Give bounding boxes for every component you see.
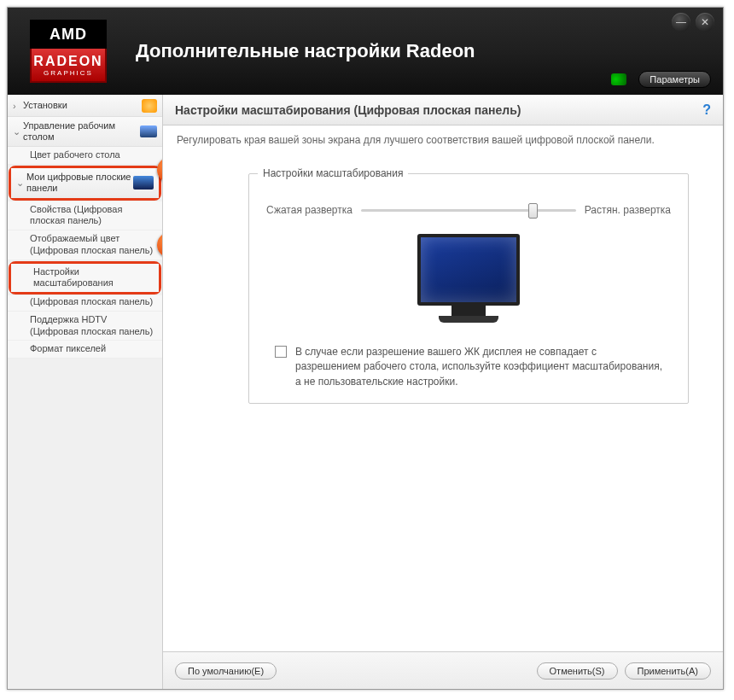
body: › Установки ⌄ Управление рабочим столом … <box>8 95 723 689</box>
use-scaling-checkbox[interactable] <box>275 346 287 358</box>
slider-row: Сжатая развертка Растян. развертка <box>256 196 681 230</box>
apply-button[interactable]: Применить(A) <box>625 662 712 680</box>
monitor-preview <box>413 234 524 328</box>
slider-track <box>361 209 576 212</box>
scaling-group: Настройки масштабирования Сжатая разверт… <box>248 173 689 404</box>
sync-icon[interactable] <box>611 73 626 85</box>
content-pane: Настройки масштабирования (Цифровая плос… <box>163 95 723 689</box>
desktop-icon <box>140 125 157 137</box>
window-title: Дополнительные настройки Radeon <box>136 40 723 62</box>
slider-label-left: Сжатая развертка <box>266 204 352 216</box>
sidebar-sub-scaling[interactable]: Настройки масштабирования <box>11 264 159 293</box>
sidebar: › Установки ⌄ Управление рабочим столом … <box>8 95 163 689</box>
slider-thumb[interactable] <box>528 203 538 219</box>
sidebar-sub-desktop-color[interactable]: Цвет рабочего стола <box>8 147 162 165</box>
chevron-right-icon: › <box>13 101 23 111</box>
chevron-down-icon: ⌄ <box>13 126 23 137</box>
checkbox-label: В случае если разрешение вашего ЖК диспл… <box>295 345 662 389</box>
highlight-2: Настройки масштабирования <box>9 261 161 295</box>
slider-label-right: Растян. развертка <box>585 204 671 216</box>
settings-panel: Настройки масштабирования Сжатая разверт… <box>248 161 689 404</box>
minimize-button[interactable]: — <box>672 13 690 32</box>
install-icon <box>142 99 157 113</box>
app-window: AMD RADEON GRAPHICS Дополнительные настр… <box>7 7 724 690</box>
sidebar-sub-pixel-format[interactable]: Формат пикселей <box>8 341 162 359</box>
amd-logo: AMD RADEON GRAPHICS <box>21 16 115 86</box>
amd-logo-bottom: RADEON GRAPHICS <box>30 49 107 83</box>
sidebar-item-panels[interactable]: ⌄ Мои цифровые плоские панели <box>11 168 159 197</box>
chevron-down-icon: ⌄ <box>16 178 26 189</box>
parameters-button[interactable]: Параметры <box>638 71 711 88</box>
close-button[interactable]: ✕ <box>696 13 714 32</box>
help-icon[interactable]: ? <box>702 102 711 118</box>
monitor-screen-icon <box>417 234 520 306</box>
header-right: Параметры <box>611 71 711 88</box>
sidebar-sub-display-color[interactable]: Отображаемый цвет (Цифровая плоская пане… <box>8 230 162 260</box>
footer: По умолчанию(E) Отменить(S) Применить(A) <box>163 651 723 689</box>
content-header: Настройки масштабирования (Цифровая плос… <box>163 95 723 125</box>
sidebar-sub-scaling-extra: (Цифровая плоская панель) <box>8 295 162 312</box>
default-button[interactable]: По умолчанию(E) <box>175 662 277 680</box>
sidebar-item-install[interactable]: › Установки <box>8 95 162 117</box>
sidebar-sub-properties[interactable]: Свойства (Цифровая плоская панель) <box>8 201 162 231</box>
window-controls: — ✕ <box>672 13 714 32</box>
sidebar-item-desktop[interactable]: ⌄ Управление рабочим столом <box>8 117 162 147</box>
highlight-1: ⌄ Мои цифровые плоские панели <box>9 166 161 200</box>
group-title: Настройки масштабирования <box>258 167 408 179</box>
amd-logo-top: AMD <box>30 20 107 49</box>
content-title: Настройки масштабирования (Цифровая плос… <box>175 103 521 117</box>
monitor-icon <box>133 176 154 190</box>
titlebar: AMD RADEON GRAPHICS Дополнительные настр… <box>8 8 723 95</box>
sidebar-sub-hdtv[interactable]: Поддержка HDTV (Цифровая плоская панель) <box>8 312 162 341</box>
scaling-slider[interactable] <box>361 203 576 217</box>
checkbox-row: В случае если разрешение вашего ЖК диспл… <box>256 340 681 393</box>
cancel-button[interactable]: Отменить(S) <box>537 662 618 680</box>
content-description: Регулировать края вашей зоны экрана для … <box>163 125 723 155</box>
